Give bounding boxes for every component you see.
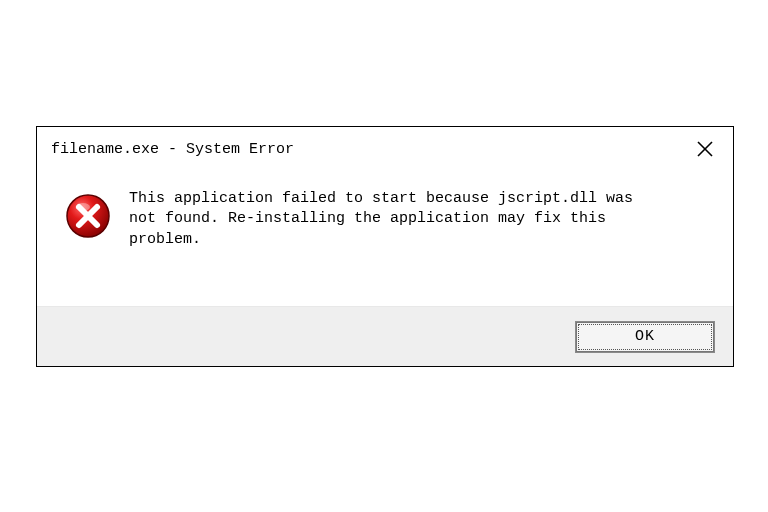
dialog-title: filename.exe - System Error <box>51 141 689 158</box>
titlebar: filename.exe - System Error <box>37 127 733 171</box>
close-icon <box>696 140 714 158</box>
error-icon <box>65 193 111 239</box>
error-dialog: filename.exe - System Error <box>36 126 734 367</box>
ok-button[interactable]: OK <box>575 321 715 353</box>
dialog-body: This application failed to start because… <box>37 171 733 306</box>
dialog-message: This application failed to start because… <box>129 189 659 250</box>
dialog-footer: OK <box>37 306 733 366</box>
close-button[interactable] <box>689 133 721 165</box>
